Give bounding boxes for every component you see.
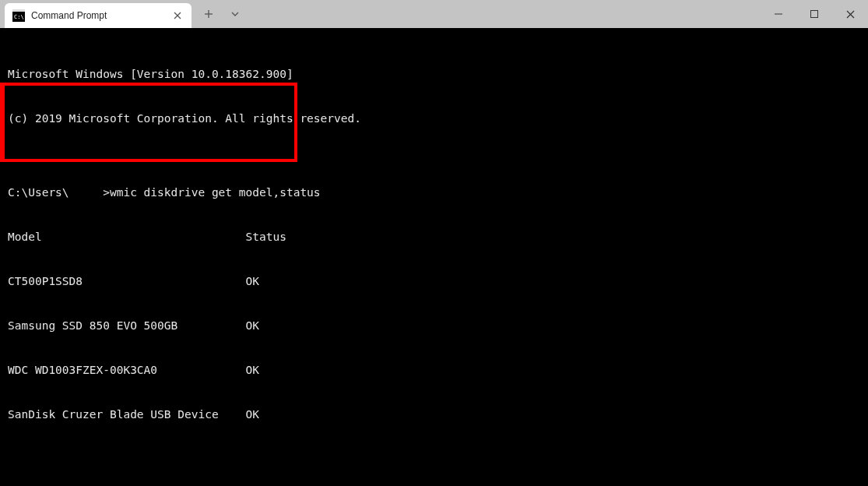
tab-dropdown-button[interactable] (223, 0, 248, 28)
output-header: Model Status (8, 230, 860, 245)
titlebar: C:\ Command Prompt (0, 0, 868, 28)
tab-title: Command Prompt (31, 10, 163, 21)
cmd-icon: C:\ (12, 9, 25, 22)
svg-rect-8 (811, 11, 818, 18)
output-row: CT500P1SSD8 OK (8, 274, 860, 289)
output-row: SanDisk Cruzer Blade USB Device OK (8, 407, 860, 422)
svg-text:C:\: C:\ (14, 14, 24, 20)
tab-command-prompt[interactable]: C:\ Command Prompt (5, 3, 192, 28)
output-row: Samsung SSD 850 EVO 500GB OK (8, 319, 860, 333)
maximize-button[interactable] (796, 0, 832, 28)
command-prompt-line: C:\Users\ >wmic diskdrive get model,stat… (8, 185, 860, 200)
terminal-area[interactable]: Microsoft Windows [Version 10.0.18362.90… (0, 28, 868, 486)
output-row: WDC WD1003FZEX-00K3CA0 OK (8, 363, 860, 378)
new-tab-button[interactable] (196, 0, 221, 28)
tab-close-button[interactable] (170, 8, 185, 23)
copyright-line: (c) 2019 Microsoft Corporation. All righ… (8, 111, 860, 126)
tab-actions (196, 0, 248, 28)
version-line: Microsoft Windows [Version 10.0.18362.90… (8, 67, 860, 82)
minimize-button[interactable] (761, 0, 796, 28)
window-controls (761, 0, 868, 28)
close-window-button[interactable] (832, 0, 868, 28)
svg-rect-1 (12, 9, 25, 12)
